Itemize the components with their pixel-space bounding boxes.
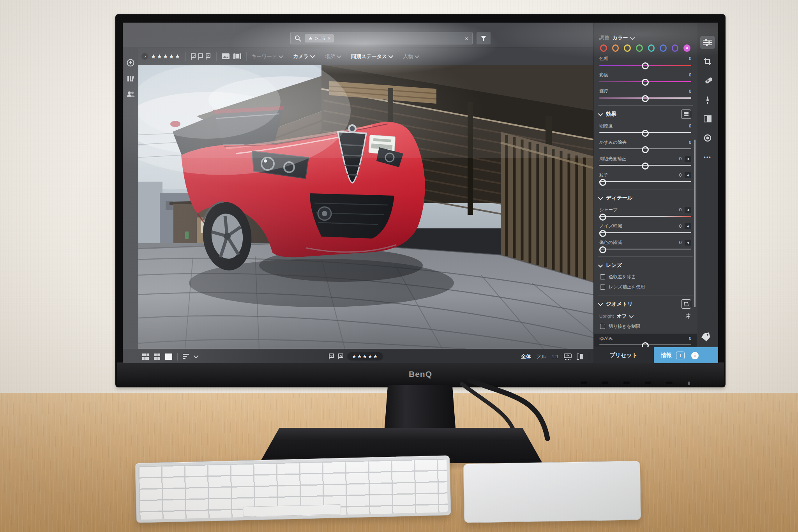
lens-section-header[interactable]: レンズ [599,261,691,270]
divider [598,256,693,257]
info-button[interactable]: 情報 I i [654,347,718,363]
color-swatch-purple[interactable] [672,44,679,52]
detail-section-header[interactable]: ディテール [599,193,691,203]
expand-icon[interactable]: ◀ [685,207,691,213]
slider-knob[interactable] [599,246,606,253]
panel-scrollbar[interactable] [694,140,696,307]
upright-tool-icon[interactable] [685,313,691,320]
saturation-slider-track[interactable] [599,79,691,84]
monitor-button [645,382,651,384]
flag-filter-icons[interactable] [191,53,212,60]
expand-icon[interactable]: ◀ [685,223,691,229]
slider-knob[interactable] [599,214,606,221]
filter-dropdown-location[interactable]: 場所 [325,53,341,60]
checkbox-chromatic-aberration[interactable]: 色収差を除去 [600,273,690,280]
zoom-full-button[interactable]: フル [536,353,547,360]
pick-flag-icon[interactable] [328,353,334,360]
bottom-toolbar: ★★★★★ 全体 フル 1:1 [123,349,593,363]
expand-icon[interactable]: ◀ [685,172,691,178]
rating-star-filter[interactable]: ★★★★★ [151,53,181,60]
crop-tool[interactable] [700,55,715,68]
chevron-down-icon[interactable] [194,353,199,359]
filter-dropdown-keywords[interactable]: キーワード [251,53,283,60]
color-swatch-magenta-selected[interactable] [683,44,690,52]
mosaic-view-icon[interactable] [142,353,149,360]
before-after-icon[interactable] [577,353,584,360]
photo-canvas[interactable] [138,65,593,349]
hue-slider-track[interactable] [599,62,691,68]
keywords-tag-icon[interactable] [701,332,711,342]
slider-knob[interactable] [599,179,606,186]
healing-tool[interactable] [700,74,715,87]
filter-dropdown-camera[interactable]: カメラ [293,53,315,60]
luminance-slider-track[interactable] [599,95,691,101]
zoom-fit-button[interactable]: 全体 [521,353,531,360]
people-icon[interactable] [127,91,135,97]
clarity-slider-track[interactable] [599,130,691,135]
slider-knob[interactable] [599,230,606,237]
masking-tool[interactable] [700,112,715,125]
red-eye-tool[interactable] [700,131,715,145]
upright-value[interactable]: オフ [617,313,627,320]
sort-icon[interactable] [183,354,190,359]
slider-hue: 色相 0 [599,55,691,68]
photos-filter-icon[interactable] [221,53,230,60]
geometry-grid-icon[interactable] [681,299,691,309]
single-view-icon[interactable] [165,353,172,360]
effects-section-header[interactable]: 効果 [599,110,691,119]
grid-view-icon[interactable] [154,353,160,360]
token-remove-icon[interactable]: × [328,35,331,41]
vignette-slider-track[interactable] [599,163,691,168]
left-sidebar [123,48,138,363]
reject-flag-icon[interactable] [338,353,344,360]
checkbox-lens-correction[interactable]: レンズ補正を使用 [600,283,690,290]
color-swatch-teal[interactable] [648,44,655,52]
filter-funnel-button[interactable] [477,32,491,44]
upright-row[interactable]: Upright オフ [599,313,691,320]
color-swatch-green[interactable] [636,44,643,52]
zoom-box-icon[interactable] [564,353,572,360]
color-section-label[interactable]: カラー [613,34,628,41]
filter-dropdown-sync-status[interactable]: 同期ステータス [351,53,393,60]
edit-sliders-tool[interactable] [700,36,715,49]
color-swatch-orange[interactable] [612,44,619,52]
search-input[interactable]: ★ >= 5 × × [290,32,473,44]
color-noise-slider-track[interactable] [599,246,691,252]
expand-icon[interactable]: ◀ [685,156,691,162]
videos-filter-icon[interactable] [233,53,242,60]
search-clear-icon[interactable]: × [465,35,468,42]
noise-slider-track[interactable] [599,230,691,235]
color-swatch-blue[interactable] [660,44,667,52]
slider-knob[interactable] [642,146,649,153]
texture-icon[interactable] [681,110,691,119]
slider-knob[interactable] [642,95,649,102]
rating-operator-badge[interactable]: ≥ [141,53,148,60]
sharpen-slider-track[interactable] [599,214,691,219]
zoom-1-1-button[interactable]: 1:1 [552,353,559,359]
slider-knob[interactable] [642,79,649,86]
add-photos-icon[interactable] [127,59,134,67]
slider-knob[interactable] [642,62,649,69]
grain-slider-track[interactable] [599,179,691,184]
divider [398,52,398,61]
filter-dropdown-people[interactable]: 人物 [403,53,419,60]
trackpad [463,461,641,523]
dehaze-slider-track[interactable] [599,146,691,152]
brush-tool[interactable] [700,93,715,106]
expand-icon[interactable]: ◀ [685,240,691,246]
more-tools-button[interactable]: ••• [700,150,715,164]
slider-clarity: 明瞭度 0 [599,123,691,135]
photo-rating-stars[interactable]: ★★★★★ [347,352,383,361]
color-swatch-row [600,44,690,51]
chevron-down-icon [629,313,634,318]
slider-knob[interactable] [642,163,649,170]
geometry-section-header[interactable]: ジオメトリ [599,299,691,309]
color-swatch-red[interactable] [600,44,607,52]
slider-knob[interactable] [642,130,649,137]
my-photos-icon[interactable] [127,75,134,82]
presets-button[interactable]: プリセット [593,352,654,359]
color-swatch-yellow[interactable] [624,44,631,52]
checkbox-constrain-crop[interactable]: 切り抜きを制限 [600,323,690,330]
panel-footer: プリセット 情報 I i [593,347,718,363]
search-token[interactable]: ★ >= 5 × [305,34,334,42]
